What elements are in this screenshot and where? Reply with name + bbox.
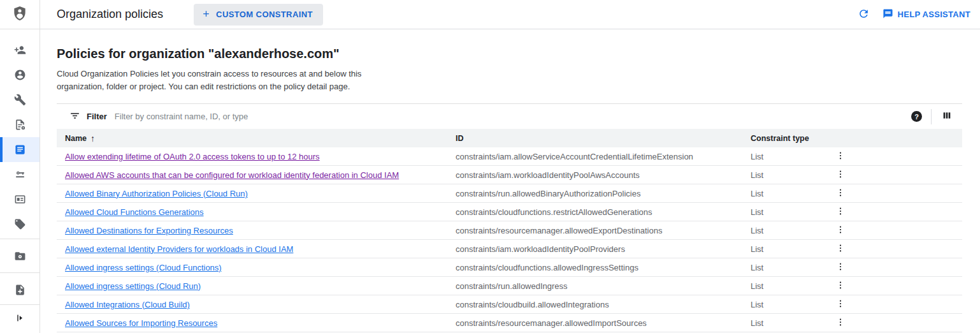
policy-link[interactable]: Allowed Integrations (Cloud Build) xyxy=(65,300,190,309)
filter-bar: Filter ? xyxy=(57,104,962,129)
kebab-menu-icon xyxy=(836,281,845,292)
policy-link[interactable]: Allowed AWS accounts that can be configu… xyxy=(65,170,399,180)
kebab-menu-icon xyxy=(836,151,845,162)
column-header-id[interactable]: ID xyxy=(447,134,742,143)
wrench-icon xyxy=(14,94,26,106)
sidebar-item-create-policy[interactable] xyxy=(0,275,40,304)
policy-link[interactable]: Allowed Binary Authorization Policies (C… xyxy=(65,189,248,198)
content-area: Policies for organization "alexanderhose… xyxy=(40,29,980,333)
row-actions-button[interactable] xyxy=(828,241,853,257)
table-row: Allowed Cloud Functions Generations cons… xyxy=(57,203,962,221)
table-row: Allowed external Identity Providers for … xyxy=(57,240,962,258)
collapse-sidebar-icon xyxy=(15,313,25,326)
row-actions-button[interactable] xyxy=(828,297,853,313)
sidebar-item-managed-folders[interactable] xyxy=(0,241,40,270)
column-display-button[interactable] xyxy=(940,109,953,124)
identity-person-icon xyxy=(14,69,26,81)
constraint-type: List xyxy=(742,170,828,180)
key-card-icon xyxy=(14,168,26,181)
sidebar-item-identity-pools[interactable] xyxy=(0,187,40,212)
constraint-type: List xyxy=(742,263,828,272)
table-row: Allowed Sources for Importing Resources … xyxy=(57,314,962,332)
page-description: Cloud Organization Policies let you cons… xyxy=(57,68,962,93)
policy-id: constraints/resourcemanager.allowedImpor… xyxy=(447,318,742,328)
constraint-type: List xyxy=(742,318,828,328)
policy-link[interactable]: Allowed ingress settings (Cloud Run) xyxy=(65,281,201,291)
main-area: Organization policies CUSTOM CONSTRAINT … xyxy=(40,0,980,333)
row-actions-button[interactable] xyxy=(828,223,853,239)
constraint-type: List xyxy=(742,189,828,198)
row-actions-button[interactable] xyxy=(828,204,853,220)
sidebar-item-organization-policies[interactable] xyxy=(0,137,40,162)
kebab-menu-icon xyxy=(836,244,845,255)
sidebar-item-workload-identity[interactable] xyxy=(0,162,40,187)
sidebar-nav xyxy=(0,29,40,304)
column-header-constraint-type[interactable]: Constraint type xyxy=(742,134,828,143)
policy-link[interactable]: Allowed Destinations for Exporting Resou… xyxy=(65,226,233,235)
sidebar-item-audit[interactable] xyxy=(0,112,40,137)
help-circle-icon[interactable]: ? xyxy=(911,111,922,122)
note-add-icon xyxy=(14,284,26,296)
row-actions-button[interactable] xyxy=(828,186,853,202)
table-row: Allowed ingress settings (Cloud Function… xyxy=(57,258,962,277)
table-body: Allow extending lifetime of OAuth 2.0 ac… xyxy=(57,147,962,332)
refresh-icon xyxy=(858,8,870,22)
column-display-icon xyxy=(942,110,952,122)
policy-link[interactable]: Allowed ingress settings (Cloud Function… xyxy=(65,263,222,272)
sidebar xyxy=(0,0,40,333)
table-row: Allowed Binary Authorization Policies (C… xyxy=(57,184,962,203)
constraint-type: List xyxy=(742,152,828,161)
sidebar-item-settings[interactable] xyxy=(0,87,40,112)
kebab-menu-icon xyxy=(836,262,845,273)
product-logo xyxy=(0,0,40,29)
filter-input[interactable] xyxy=(115,112,911,121)
document-gear-icon xyxy=(14,119,26,131)
policy-link[interactable]: Allow extending lifetime of OAuth 2.0 ac… xyxy=(65,152,320,161)
table-row: Allowed Destinations for Exporting Resou… xyxy=(57,221,962,240)
policy-id: constraints/run.allowedBinaryAuthorizati… xyxy=(447,189,742,198)
add-person-icon xyxy=(14,44,26,56)
help-assistant-button[interactable]: HELP ASSISTANT xyxy=(883,8,970,21)
policy-link[interactable]: Allowed Sources for Importing Resources xyxy=(65,318,217,328)
folder-gear-icon xyxy=(14,250,26,262)
row-actions-button[interactable] xyxy=(828,315,853,331)
constraint-type: List xyxy=(742,226,828,235)
table-row: Allowed Integrations (Cloud Build) const… xyxy=(57,295,962,314)
table-row: Allowed ingress settings (Cloud Run) con… xyxy=(57,277,962,295)
page-heading: Policies for organization "alexanderhose… xyxy=(57,47,962,61)
chat-icon xyxy=(883,8,893,21)
sidebar-item-identity[interactable] xyxy=(0,63,40,87)
row-actions-button[interactable] xyxy=(828,260,853,276)
refresh-button[interactable] xyxy=(854,4,874,26)
table-row: Allowed AWS accounts that can be configu… xyxy=(57,166,962,184)
sidebar-item-iam[interactable] xyxy=(0,38,40,63)
custom-constraint-button[interactable]: CUSTOM CONSTRAINT xyxy=(194,4,323,26)
row-actions-button[interactable] xyxy=(828,149,853,165)
table-header-row: Name ↑ ID Constraint type xyxy=(57,129,962,147)
column-header-name[interactable]: Name ↑ xyxy=(57,133,447,144)
constraint-type: List xyxy=(742,207,828,217)
policy-link[interactable]: Allowed Cloud Functions Generations xyxy=(65,207,204,217)
row-actions-button[interactable] xyxy=(828,278,853,294)
policy-id: constraints/resourcemanager.allowedExpor… xyxy=(447,226,742,235)
policy-id: constraints/cloudfunctions.restrictAllow… xyxy=(447,207,742,217)
filter-button[interactable]: Filter xyxy=(69,110,107,123)
kebab-menu-icon xyxy=(836,207,845,218)
policy-id: constraints/run.allowedIngress xyxy=(447,281,742,291)
sidebar-collapse-button[interactable] xyxy=(0,304,40,333)
policy-link[interactable]: Allowed external Identity Providers for … xyxy=(65,244,293,254)
policy-id: constraints/cloudfunctions.allowedIngres… xyxy=(447,263,742,272)
sidebar-divider xyxy=(0,272,40,273)
table-row: Allow extending lifetime of OAuth 2.0 ac… xyxy=(57,147,962,166)
id-card-icon xyxy=(14,193,26,205)
kebab-menu-icon xyxy=(836,225,845,236)
row-actions-button[interactable] xyxy=(828,167,853,183)
filter-list-icon xyxy=(69,110,80,123)
constraint-type: List xyxy=(742,300,828,309)
policy-id: constraints/iam.workloadIdentityPoolProv… xyxy=(447,244,742,254)
filter-label: Filter xyxy=(87,112,107,121)
sidebar-item-tags[interactable] xyxy=(0,212,40,237)
sidebar-divider xyxy=(0,239,40,239)
tag-icon xyxy=(14,218,26,230)
policies-table: Filter ? Name ↑ ID Constrain xyxy=(57,103,962,332)
